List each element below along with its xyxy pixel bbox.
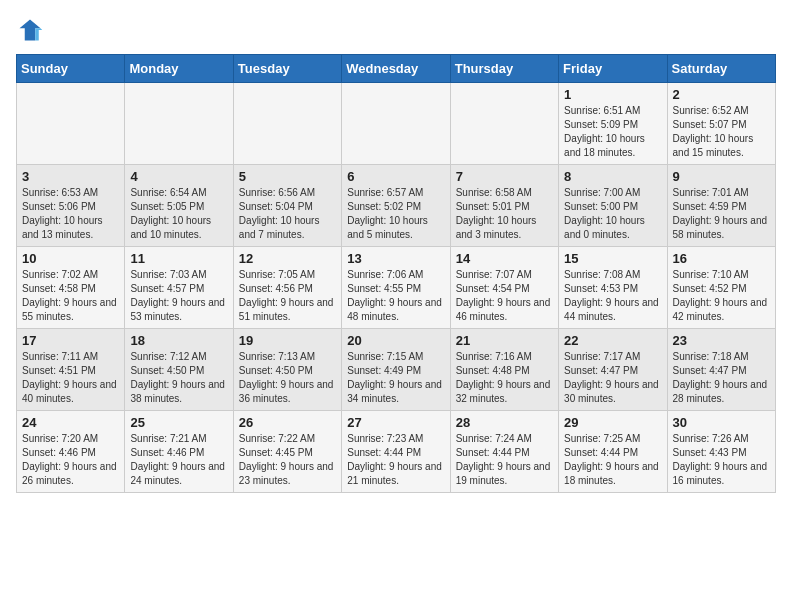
header-day: Monday	[125, 55, 233, 83]
day-number: 10	[22, 251, 119, 266]
day-info: Sunrise: 7:24 AMSunset: 4:44 PMDaylight:…	[456, 432, 553, 488]
day-info: Sunrise: 7:08 AMSunset: 4:53 PMDaylight:…	[564, 268, 661, 324]
day-number: 30	[673, 415, 770, 430]
day-info: Sunrise: 7:03 AMSunset: 4:57 PMDaylight:…	[130, 268, 227, 324]
calendar-cell: 28 Sunrise: 7:24 AMSunset: 4:44 PMDaylig…	[450, 411, 558, 493]
calendar-cell: 25 Sunrise: 7:21 AMSunset: 4:46 PMDaylig…	[125, 411, 233, 493]
day-info: Sunrise: 7:15 AMSunset: 4:49 PMDaylight:…	[347, 350, 444, 406]
calendar-cell: 6 Sunrise: 6:57 AMSunset: 5:02 PMDayligh…	[342, 165, 450, 247]
day-info: Sunrise: 6:51 AMSunset: 5:09 PMDaylight:…	[564, 104, 661, 160]
day-number: 15	[564, 251, 661, 266]
header-day: Saturday	[667, 55, 775, 83]
day-number: 3	[22, 169, 119, 184]
calendar-cell: 12 Sunrise: 7:05 AMSunset: 4:56 PMDaylig…	[233, 247, 341, 329]
day-info: Sunrise: 7:00 AMSunset: 5:00 PMDaylight:…	[564, 186, 661, 242]
calendar-cell: 14 Sunrise: 7:07 AMSunset: 4:54 PMDaylig…	[450, 247, 558, 329]
day-number: 16	[673, 251, 770, 266]
header-day: Tuesday	[233, 55, 341, 83]
day-info: Sunrise: 7:26 AMSunset: 4:43 PMDaylight:…	[673, 432, 770, 488]
day-info: Sunrise: 6:52 AMSunset: 5:07 PMDaylight:…	[673, 104, 770, 160]
day-number: 24	[22, 415, 119, 430]
day-info: Sunrise: 6:58 AMSunset: 5:01 PMDaylight:…	[456, 186, 553, 242]
day-info: Sunrise: 7:12 AMSunset: 4:50 PMDaylight:…	[130, 350, 227, 406]
calendar-cell	[125, 83, 233, 165]
day-info: Sunrise: 7:10 AMSunset: 4:52 PMDaylight:…	[673, 268, 770, 324]
calendar-week-row: 17 Sunrise: 7:11 AMSunset: 4:51 PMDaylig…	[17, 329, 776, 411]
day-info: Sunrise: 7:01 AMSunset: 4:59 PMDaylight:…	[673, 186, 770, 242]
day-number: 22	[564, 333, 661, 348]
calendar-header: SundayMondayTuesdayWednesdayThursdayFrid…	[17, 55, 776, 83]
calendar-cell	[450, 83, 558, 165]
calendar-cell: 4 Sunrise: 6:54 AMSunset: 5:05 PMDayligh…	[125, 165, 233, 247]
day-number: 14	[456, 251, 553, 266]
calendar-cell: 15 Sunrise: 7:08 AMSunset: 4:53 PMDaylig…	[559, 247, 667, 329]
calendar-week-row: 10 Sunrise: 7:02 AMSunset: 4:58 PMDaylig…	[17, 247, 776, 329]
day-number: 25	[130, 415, 227, 430]
day-number: 1	[564, 87, 661, 102]
calendar-cell	[233, 83, 341, 165]
day-number: 18	[130, 333, 227, 348]
day-info: Sunrise: 6:54 AMSunset: 5:05 PMDaylight:…	[130, 186, 227, 242]
calendar-week-row: 3 Sunrise: 6:53 AMSunset: 5:06 PMDayligh…	[17, 165, 776, 247]
day-info: Sunrise: 7:25 AMSunset: 4:44 PMDaylight:…	[564, 432, 661, 488]
calendar-cell: 8 Sunrise: 7:00 AMSunset: 5:00 PMDayligh…	[559, 165, 667, 247]
day-info: Sunrise: 7:06 AMSunset: 4:55 PMDaylight:…	[347, 268, 444, 324]
header-day: Wednesday	[342, 55, 450, 83]
day-info: Sunrise: 6:56 AMSunset: 5:04 PMDaylight:…	[239, 186, 336, 242]
day-info: Sunrise: 6:57 AMSunset: 5:02 PMDaylight:…	[347, 186, 444, 242]
day-info: Sunrise: 7:18 AMSunset: 4:47 PMDaylight:…	[673, 350, 770, 406]
day-number: 11	[130, 251, 227, 266]
calendar-week-row: 1 Sunrise: 6:51 AMSunset: 5:09 PMDayligh…	[17, 83, 776, 165]
day-info: Sunrise: 7:22 AMSunset: 4:45 PMDaylight:…	[239, 432, 336, 488]
calendar-cell: 3 Sunrise: 6:53 AMSunset: 5:06 PMDayligh…	[17, 165, 125, 247]
day-number: 13	[347, 251, 444, 266]
calendar-cell: 7 Sunrise: 6:58 AMSunset: 5:01 PMDayligh…	[450, 165, 558, 247]
day-number: 4	[130, 169, 227, 184]
day-info: Sunrise: 7:07 AMSunset: 4:54 PMDaylight:…	[456, 268, 553, 324]
day-number: 6	[347, 169, 444, 184]
day-info: Sunrise: 7:17 AMSunset: 4:47 PMDaylight:…	[564, 350, 661, 406]
header-day: Sunday	[17, 55, 125, 83]
day-info: Sunrise: 7:23 AMSunset: 4:44 PMDaylight:…	[347, 432, 444, 488]
day-number: 12	[239, 251, 336, 266]
calendar-cell: 5 Sunrise: 6:56 AMSunset: 5:04 PMDayligh…	[233, 165, 341, 247]
header-day: Friday	[559, 55, 667, 83]
calendar-week-row: 24 Sunrise: 7:20 AMSunset: 4:46 PMDaylig…	[17, 411, 776, 493]
day-info: Sunrise: 7:21 AMSunset: 4:46 PMDaylight:…	[130, 432, 227, 488]
calendar-cell: 10 Sunrise: 7:02 AMSunset: 4:58 PMDaylig…	[17, 247, 125, 329]
day-number: 28	[456, 415, 553, 430]
calendar-cell: 30 Sunrise: 7:26 AMSunset: 4:43 PMDaylig…	[667, 411, 775, 493]
calendar-cell: 26 Sunrise: 7:22 AMSunset: 4:45 PMDaylig…	[233, 411, 341, 493]
day-number: 17	[22, 333, 119, 348]
day-info: Sunrise: 7:16 AMSunset: 4:48 PMDaylight:…	[456, 350, 553, 406]
calendar-cell: 1 Sunrise: 6:51 AMSunset: 5:09 PMDayligh…	[559, 83, 667, 165]
calendar-body: 1 Sunrise: 6:51 AMSunset: 5:09 PMDayligh…	[17, 83, 776, 493]
logo-icon	[16, 16, 44, 44]
day-info: Sunrise: 7:20 AMSunset: 4:46 PMDaylight:…	[22, 432, 119, 488]
calendar-table: SundayMondayTuesdayWednesdayThursdayFrid…	[16, 54, 776, 493]
calendar-cell	[342, 83, 450, 165]
calendar-cell: 19 Sunrise: 7:13 AMSunset: 4:50 PMDaylig…	[233, 329, 341, 411]
calendar-cell: 23 Sunrise: 7:18 AMSunset: 4:47 PMDaylig…	[667, 329, 775, 411]
day-number: 7	[456, 169, 553, 184]
calendar-cell: 20 Sunrise: 7:15 AMSunset: 4:49 PMDaylig…	[342, 329, 450, 411]
day-info: Sunrise: 7:02 AMSunset: 4:58 PMDaylight:…	[22, 268, 119, 324]
day-number: 5	[239, 169, 336, 184]
calendar-cell: 13 Sunrise: 7:06 AMSunset: 4:55 PMDaylig…	[342, 247, 450, 329]
calendar-cell: 22 Sunrise: 7:17 AMSunset: 4:47 PMDaylig…	[559, 329, 667, 411]
header-row: SundayMondayTuesdayWednesdayThursdayFrid…	[17, 55, 776, 83]
day-number: 20	[347, 333, 444, 348]
day-info: Sunrise: 7:13 AMSunset: 4:50 PMDaylight:…	[239, 350, 336, 406]
day-number: 23	[673, 333, 770, 348]
day-info: Sunrise: 7:11 AMSunset: 4:51 PMDaylight:…	[22, 350, 119, 406]
calendar-cell: 21 Sunrise: 7:16 AMSunset: 4:48 PMDaylig…	[450, 329, 558, 411]
calendar-cell: 18 Sunrise: 7:12 AMSunset: 4:50 PMDaylig…	[125, 329, 233, 411]
logo	[16, 16, 48, 44]
header-day: Thursday	[450, 55, 558, 83]
day-number: 21	[456, 333, 553, 348]
calendar-cell: 24 Sunrise: 7:20 AMSunset: 4:46 PMDaylig…	[17, 411, 125, 493]
day-info: Sunrise: 7:05 AMSunset: 4:56 PMDaylight:…	[239, 268, 336, 324]
calendar-cell	[17, 83, 125, 165]
calendar-cell: 27 Sunrise: 7:23 AMSunset: 4:44 PMDaylig…	[342, 411, 450, 493]
day-number: 29	[564, 415, 661, 430]
